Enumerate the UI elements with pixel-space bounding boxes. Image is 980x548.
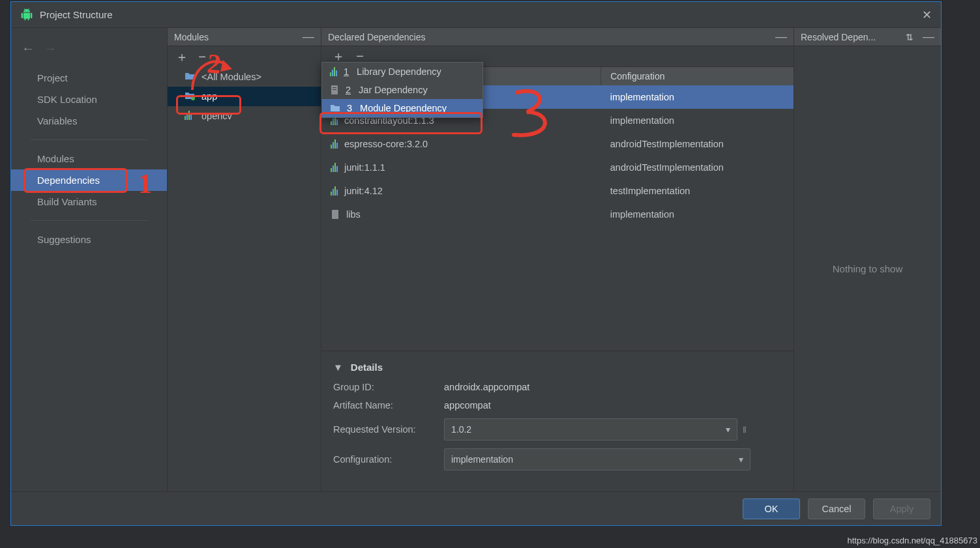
deps-header: Declared Dependencies — bbox=[321, 28, 794, 46]
resolved-empty: Nothing to show bbox=[794, 46, 941, 491]
bars-icon bbox=[331, 186, 338, 195]
config-label: Configuration: bbox=[333, 454, 444, 465]
module-label: <All Modules> bbox=[201, 72, 261, 82]
dep-config: androidTestImplementation bbox=[610, 139, 724, 149]
module-item-opencv[interactable]: opencv bbox=[168, 106, 321, 126]
window-title: Project Structure bbox=[40, 9, 113, 20]
sidebar-item-build-variants[interactable]: Build Variants bbox=[11, 191, 167, 212]
bars-icon bbox=[331, 139, 338, 149]
chevron-down-icon: ▾ bbox=[726, 424, 730, 435]
popup-hotkey: 2 bbox=[346, 85, 351, 95]
table-row[interactable]: junit:4.12 testImplementation bbox=[321, 179, 794, 203]
groupid-label: Group ID: bbox=[333, 382, 444, 392]
details-header[interactable]: ▼ Details bbox=[333, 362, 778, 373]
chevron-down-icon: ▾ bbox=[739, 454, 743, 465]
dep-config: testImplementation bbox=[610, 186, 690, 196]
sidebar-item-project[interactable]: Project bbox=[11, 67, 167, 89]
minimize-icon[interactable]: — bbox=[775, 30, 787, 44]
sidebar-item-dependencies[interactable]: Dependencies bbox=[11, 169, 167, 191]
minimize-icon[interactable]: — bbox=[923, 30, 934, 44]
dep-config: androidTestImplementation bbox=[610, 162, 724, 173]
dep-name: libs bbox=[346, 209, 361, 220]
watermark: https://blog.csdn.net/qq_41885673 bbox=[848, 536, 978, 545]
table-row[interactable]: espresso-core:3.2.0 androidTestImplement… bbox=[321, 132, 794, 156]
folder-icon bbox=[185, 91, 196, 102]
dep-name: espresso-core:3.2.0 bbox=[344, 139, 428, 149]
module-list: <All Modules> app opencv bbox=[168, 67, 321, 491]
remove-module-icon[interactable]: − bbox=[196, 50, 208, 65]
resolved-title: Resolved Depen... bbox=[801, 32, 876, 42]
svg-rect-2 bbox=[333, 87, 336, 88]
title-bar: Project Structure ✕ bbox=[11, 2, 941, 28]
dependencies-pane: Declared Dependencies — ＋ − 1 Library De… bbox=[321, 28, 794, 491]
project-structure-dialog: Project Structure ✕ ← → Project SDK Loca… bbox=[10, 1, 942, 526]
popup-library-dependency[interactable]: 1 Library Dependency bbox=[322, 63, 483, 81]
dep-name: junit:4.12 bbox=[344, 186, 383, 196]
bars-icon bbox=[331, 163, 338, 172]
config-combo[interactable]: implementation ▾ bbox=[444, 448, 750, 470]
add-module-icon[interactable]: ＋ bbox=[175, 48, 187, 66]
bars-icon bbox=[185, 111, 196, 121]
dep-name: junit:1.1.1 bbox=[344, 162, 385, 173]
version-value: 1.0.2 bbox=[451, 424, 471, 435]
module-item-all[interactable]: <All Modules> bbox=[168, 67, 321, 87]
popup-label: Jar Dependency bbox=[359, 85, 428, 95]
details-pane: ▼ Details Group ID: androidx.appcompat A… bbox=[321, 351, 794, 491]
sidebar-item-sdk-location[interactable]: SDK Location bbox=[11, 89, 167, 110]
forward-arrow-icon[interactable]: → bbox=[44, 41, 57, 56]
artifact-label: Artifact Name: bbox=[333, 400, 444, 411]
sidebar: ← → Project SDK Location Variables Modul… bbox=[11, 28, 168, 491]
close-icon[interactable]: ✕ bbox=[922, 8, 932, 22]
sidebar-item-variables[interactable]: Variables bbox=[11, 110, 167, 132]
bars-icon bbox=[330, 67, 337, 76]
module-label: app bbox=[201, 91, 217, 102]
resolved-pane: Resolved Depen... ⇅ — Nothing to show bbox=[794, 28, 941, 491]
popup-jar-dependency[interactable]: 2 Jar Dependency bbox=[322, 81, 483, 99]
ok-button[interactable]: OK bbox=[743, 498, 800, 519]
dep-config: implementation bbox=[610, 92, 674, 102]
android-icon bbox=[20, 8, 33, 22]
module-item-app[interactable]: app bbox=[168, 87, 321, 106]
config-value: implementation bbox=[451, 454, 513, 465]
modules-title: Modules bbox=[174, 32, 209, 42]
version-combo[interactable]: 1.0.2 ▾ bbox=[444, 418, 737, 440]
groupid-value: androidx.appcompat bbox=[444, 382, 529, 392]
settings-icon[interactable]: ⇅ bbox=[906, 32, 913, 42]
folder-icon bbox=[331, 209, 340, 220]
svg-rect-3 bbox=[333, 89, 336, 90]
sidebar-item-modules[interactable]: Modules bbox=[11, 148, 167, 169]
module-label: opencv bbox=[201, 111, 232, 121]
button-bar: OK Cancel Apply bbox=[11, 491, 941, 525]
svg-point-0 bbox=[191, 96, 195, 100]
jar-icon bbox=[330, 85, 339, 95]
popup-label: Library Dependency bbox=[357, 66, 441, 77]
popup-module-dependency[interactable]: 3 Module Dependency bbox=[322, 99, 483, 117]
sidebar-item-suggestions[interactable]: Suggestions bbox=[11, 229, 167, 250]
sidebar-divider bbox=[31, 220, 147, 221]
folder-icon bbox=[330, 104, 340, 113]
sidebar-divider bbox=[31, 139, 147, 140]
svg-rect-4 bbox=[332, 210, 338, 219]
dep-config: implementation bbox=[610, 209, 674, 220]
popup-hotkey: 3 bbox=[347, 103, 352, 113]
table-row[interactable]: junit:1.1.1 androidTestImplementation bbox=[321, 156, 794, 179]
folder-icon bbox=[185, 72, 196, 82]
resolved-header: Resolved Depen... ⇅ — bbox=[794, 28, 941, 46]
artifact-value: appcompat bbox=[444, 400, 491, 411]
apply-button[interactable]: Apply bbox=[873, 498, 930, 519]
popup-hotkey: 1 bbox=[344, 66, 349, 77]
content-area: ← → Project SDK Location Variables Modul… bbox=[11, 28, 941, 491]
minimize-icon[interactable]: — bbox=[303, 30, 314, 44]
details-title: Details bbox=[351, 362, 383, 373]
back-arrow-icon[interactable]: ← bbox=[22, 41, 35, 56]
modules-toolbar: ＋ − bbox=[168, 46, 321, 67]
collapse-icon[interactable]: ▼ bbox=[333, 362, 343, 373]
popup-label: Module Dependency bbox=[360, 103, 447, 113]
deps-title: Declared Dependencies bbox=[328, 32, 425, 42]
modules-header: Modules — bbox=[168, 28, 321, 46]
table-row[interactable]: libs implementation bbox=[321, 203, 794, 226]
history-icon[interactable]: ⦀ bbox=[743, 424, 747, 435]
add-dependency-popup: 1 Library Dependency 2 Jar Dependency bbox=[321, 62, 483, 118]
deps-toolbar: ＋ − 1 Library Dependency 2 Jar Depende bbox=[321, 46, 794, 67]
cancel-button[interactable]: Cancel bbox=[808, 498, 865, 519]
